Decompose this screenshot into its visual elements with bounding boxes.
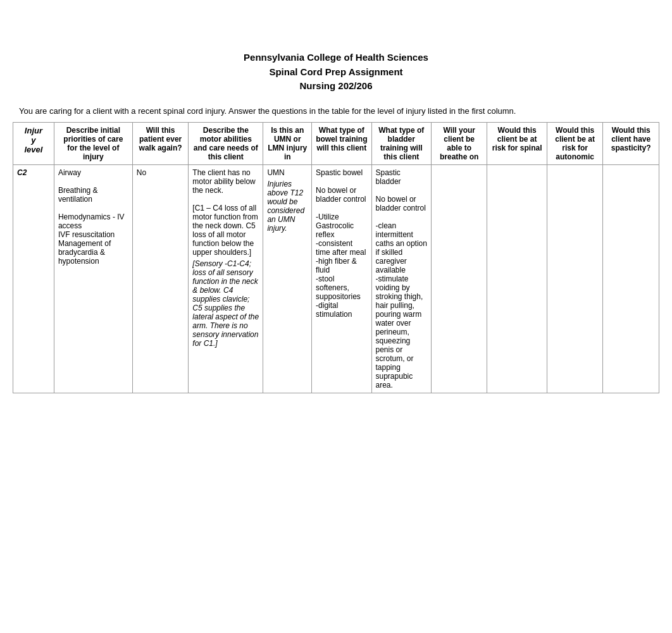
header-line3: Nursing 202/206 [13,79,659,94]
th-col4-label: Is this an UMN or LMN injury in [268,126,307,161]
th-col8: Would this client be at risk for spinal [487,122,547,164]
th-col3: Describe the motor abilities and care ne… [189,122,263,164]
th-col10-label: Would this client have spasticity? [611,126,651,152]
th-col5: What type of bowel training will this cl… [312,122,371,164]
th-col9-label: Would this client be at risk for autonom… [555,126,595,161]
cell-col7 [431,164,487,393]
th-col7-label: Will your client be able to breathe on [440,126,478,161]
th-injury-label: Injurylevel [24,126,42,154]
cell-col8 [487,164,547,393]
th-injury: Injurylevel [13,122,54,164]
th-col3-label: Describe the motor abilities and care ne… [194,126,258,161]
th-col5-label: What type of bowel training will this cl… [316,126,367,152]
table-header-row: Injurylevel Describe initial priorities … [13,122,659,164]
th-col10: Would this client have spasticity? [603,122,659,164]
page-header: Pennsylvania College of Health Sciences … [13,13,659,94]
cell-bladder: Spastic bladder No bowel or bladder cont… [371,164,431,393]
th-col2-label: Will this patient ever walk again? [139,126,182,152]
th-col1-label: Describe initial priorities of care for … [63,126,123,161]
cell-bowel: Spastic bowel No bowel or bladder contro… [312,164,371,393]
cell-col10 [603,164,659,393]
th-col9: Would this client be at risk for autonom… [547,122,603,164]
intro-text: You are caring for a client with a recen… [19,106,659,116]
cell-injury: C2 [13,164,54,393]
header-line1: Pennsylvania College of Health Sciences [13,51,659,65]
cell-priorities: Airway Breathing & ventilation Hemodynam… [54,164,132,393]
th-col8-label: Would this client be at risk for spinal [492,126,542,152]
table-row: C2Airway Breathing & ventilation Hemodyn… [13,164,659,393]
cell-walk: No [132,164,189,393]
th-col2: Will this patient ever walk again? [132,122,189,164]
cell-umn-lmn: UMNInjuries above T12 would be considere… [263,164,312,393]
page-container: Pennsylvania College of Health Sciences … [13,13,659,393]
cell-motor: The client has no motor ability below th… [189,164,263,393]
cell-col9 [547,164,603,393]
th-col6: What type of bladder training will this … [371,122,431,164]
main-table: Injurylevel Describe initial priorities … [13,122,659,393]
th-col7: Will your client be able to breathe on [431,122,487,164]
th-col4: Is this an UMN or LMN injury in [263,122,312,164]
th-col6-label: What type of bladder training will this … [378,126,424,161]
header-line2: Spinal Cord Prep Assignment [13,65,659,80]
th-col1: Describe initial priorities of care for … [54,122,132,164]
